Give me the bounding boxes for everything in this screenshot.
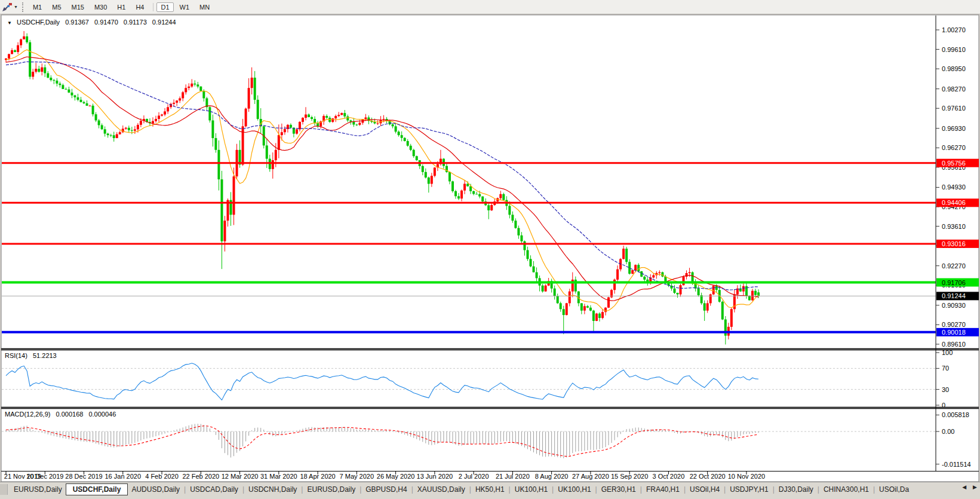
tab-scroll-right-icon[interactable]: ▶ (973, 484, 977, 490)
candle-body (631, 270, 634, 274)
date-label: 21 Jul 2020 (496, 473, 530, 480)
candle-body (311, 117, 313, 119)
price-tick-label: 0.96270 (942, 144, 966, 151)
symbol-tab-usdcad-daily[interactable]: USDCAD,Daily (186, 484, 242, 495)
candle-body (23, 36, 25, 39)
candle-body (514, 221, 517, 228)
candle-body (86, 103, 88, 106)
tab-scroll-left-icon[interactable]: ◀ (962, 484, 966, 490)
candle-body (698, 289, 700, 295)
symbol-tab-eurusd-daily[interactable]: EURUSD,Daily (303, 484, 359, 495)
symbol-tab-usoil-h4[interactable]: USOil,H4 (686, 484, 723, 495)
candle-body (110, 135, 112, 136)
date-label: 28 Dec 2019 (65, 473, 102, 480)
candle-body (176, 100, 178, 103)
level-0.94406-badge-label: 0.94406 (942, 199, 966, 206)
date-label: 13 Jun 2020 (417, 473, 453, 480)
symbol-tab-gbpusd-h4[interactable]: GBPUSD,H4 (362, 484, 410, 495)
candle-body (76, 97, 79, 100)
candle-body (601, 312, 604, 318)
symbol-tab-china300-h1[interactable]: CHINA300,H1 (820, 484, 873, 495)
symbol-tab-audusd-daily[interactable]: AUDUSD,Daily (128, 484, 183, 495)
symbol-tab-hk50-h1[interactable]: HK50,H1 (472, 484, 508, 495)
symbol-tab-usdchf-daily[interactable]: USDCHF,Daily (66, 483, 128, 495)
candle-body (712, 286, 715, 295)
trendline-tool-icon[interactable] (1, 2, 13, 12)
level-0.93016-badge-label: 0.93016 (942, 240, 966, 247)
timeframe-button-M30[interactable]: M30 (90, 2, 111, 12)
chart-canvas[interactable]: 1.002700.996100.989500.982700.976100.969… (0, 0, 980, 499)
candle-body (376, 123, 379, 124)
candle-body (502, 194, 505, 200)
price-tick-label: 0.92270 (942, 262, 966, 270)
date-label: 16 Jan 2020 (105, 473, 141, 480)
candle-body (475, 194, 478, 195)
candle-body (278, 135, 280, 150)
candle-body (32, 72, 34, 76)
macd-scale-label: 0.00 (942, 428, 954, 435)
symbol-tab-usdcnh-daily[interactable]: USDCNH,Daily (245, 484, 300, 495)
candle-body (134, 129, 136, 130)
symbol-tab-xauusd-daily[interactable]: XAUUSD,Daily (414, 484, 469, 495)
timeframe-toolbar: M1M5M15M30H1H4D1W1MN (29, 2, 216, 12)
symbol-tab-usdjpy-h1[interactable]: USDJPY,H1 (726, 484, 772, 495)
candle-body (748, 296, 751, 300)
candle-body (643, 277, 646, 280)
candle-body (487, 205, 490, 210)
toolbar-grip (22, 2, 23, 12)
candle-body (305, 115, 307, 118)
price-tick-label: 0.93610 (942, 223, 966, 230)
candle-body (14, 50, 16, 52)
candle-body (223, 221, 226, 241)
symbol-tab-eurusd-daily[interactable]: EURUSD,Daily (10, 484, 66, 495)
symbol-tab-fra40-h1[interactable]: FRA40,H1 (643, 484, 683, 495)
symbol-tab-usoil-da[interactable]: USOil,Da (875, 484, 913, 495)
candle-body (530, 259, 532, 266)
collapse-caret-icon[interactable]: ▼ (7, 20, 12, 26)
candle-body (499, 194, 502, 198)
timeframe-button-MN[interactable]: MN (195, 2, 214, 12)
candle-body (395, 126, 397, 131)
candle-body (523, 241, 526, 250)
symbol-tab-uk100-h1[interactable]: UK100,H1 (511, 484, 551, 495)
candle-body (331, 118, 334, 122)
timeframe-button-M5[interactable]: M5 (48, 2, 65, 12)
candle-body (257, 100, 259, 119)
candle-body (542, 286, 544, 292)
rsi-scale-label: 30 (942, 386, 949, 393)
rsi-value: 51.2213 (33, 352, 57, 359)
candle-body (337, 115, 340, 116)
candle-body (349, 120, 352, 121)
symbol-tab-dj30-daily[interactable]: DJ30,Daily (775, 484, 817, 495)
candle-body (625, 249, 628, 262)
symbol-tab-uk100-h1[interactable]: UK100,H1 (554, 484, 594, 495)
chart-title: USDCHF,Daily (17, 19, 60, 26)
timeframe-button-D1[interactable]: D1 (156, 2, 173, 12)
candle-body (754, 291, 757, 295)
date-label: 22 Oct 2020 (690, 473, 726, 480)
candle-body (416, 156, 418, 160)
date-label: 2 Jul 2020 (459, 473, 489, 480)
timeframe-button-M1[interactable]: M1 (29, 2, 46, 12)
candle-body (598, 314, 601, 318)
macd-scale-label: 0.005818 (942, 411, 969, 418)
dropdown-caret-icon[interactable]: ▼ (14, 5, 18, 9)
timeframe-button-H1[interactable]: H1 (113, 2, 130, 12)
chart-title-bar: ▼ USDCHF,Daily 0.91367 0.91470 0.91173 0… (7, 19, 176, 26)
candle-body (545, 286, 547, 292)
candle-body (113, 135, 115, 138)
date-label: 12 Mar 2020 (222, 473, 259, 480)
price-tick-label: 0.98950 (942, 65, 966, 72)
symbol-tab-ger30-h1[interactable]: GER30,H1 (598, 484, 640, 495)
candle-body (35, 69, 37, 72)
candle-body (595, 314, 598, 321)
candle-body (92, 106, 94, 114)
candle-body (422, 166, 424, 172)
timeframe-button-M15[interactable]: M15 (67, 2, 88, 12)
timeframe-button-W1[interactable]: W1 (176, 2, 194, 12)
candle-body (107, 134, 109, 136)
candle-body (214, 138, 217, 150)
level-0.91706-badge-label: 0.91706 (942, 279, 966, 286)
timeframe-button-H4[interactable]: H4 (131, 2, 148, 12)
candle-body (62, 85, 64, 89)
